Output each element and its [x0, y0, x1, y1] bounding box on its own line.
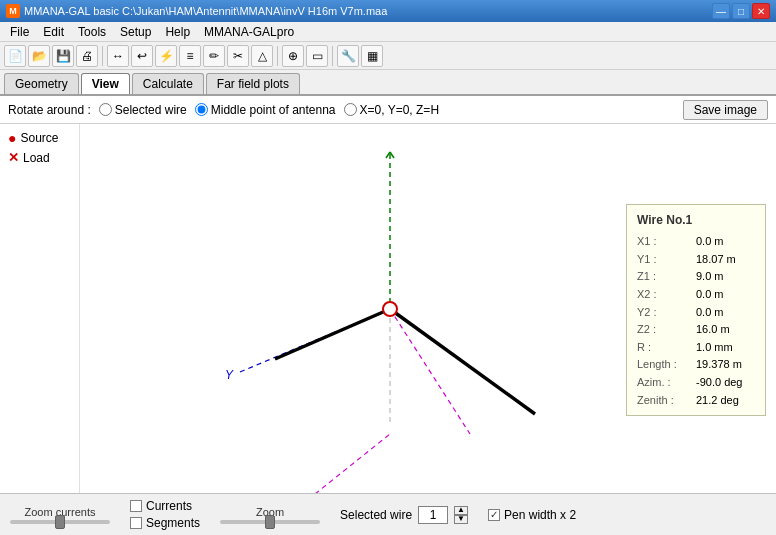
- toolbar-print[interactable]: 🖨: [76, 45, 98, 67]
- radio-selected-wire[interactable]: Selected wire: [99, 103, 187, 117]
- wire-key-x1: X1 :: [637, 233, 692, 251]
- wire-info-z2: Z2 : 16.0 m: [637, 321, 755, 339]
- svg-line-9: [275, 309, 390, 359]
- checkboxes-section: Currents Segments: [130, 499, 200, 530]
- tab-view[interactable]: View: [81, 73, 130, 94]
- wire-info-y2: Y2 : 0.0 m: [637, 304, 755, 322]
- currents-label: Currents: [146, 499, 192, 513]
- radio-xyz-input[interactable]: [344, 103, 357, 116]
- pen-width-check-mark: ✓: [490, 509, 498, 520]
- canvas-area[interactable]: Y X Wire No.1 X1 : 0.0 m Y1 : 18.07: [80, 124, 776, 493]
- tab-far-field-plots[interactable]: Far field plots: [206, 73, 300, 94]
- radio-xyz-label: X=0, Y=0, Z=H: [360, 103, 440, 117]
- toolbar-triangle[interactable]: △: [251, 45, 273, 67]
- title-bar-buttons[interactable]: — □ ✕: [712, 3, 770, 19]
- wire-info-x1: X1 : 0.0 m: [637, 233, 755, 251]
- menu-edit[interactable]: Edit: [37, 23, 70, 41]
- svg-line-6: [390, 309, 470, 434]
- load-icon: ✕: [8, 150, 19, 165]
- toolbar-new[interactable]: 📄: [4, 45, 26, 67]
- wire-val-azim: -90.0 deg: [696, 374, 742, 392]
- wire-key-y2: Y2 :: [637, 304, 692, 322]
- toolbar: 📄 📂 💾 🖨 ↔ ↩ ⚡ ≡ ✏ ✂ △ ⊕ ▭ 🔧 ▦: [0, 42, 776, 70]
- toolbar-open[interactable]: 📂: [28, 45, 50, 67]
- toolbar-grid[interactable]: ▦: [361, 45, 383, 67]
- menu-help[interactable]: Help: [159, 23, 196, 41]
- zoom-slider[interactable]: [220, 520, 320, 524]
- menu-mmana-galpro[interactable]: MMANA-GALpro: [198, 23, 300, 41]
- radio-selected-wire-input[interactable]: [99, 103, 112, 116]
- svg-text:Y: Y: [225, 368, 234, 382]
- selected-wire-input[interactable]: 1: [418, 506, 448, 524]
- toolbar-undo[interactable]: ↩: [131, 45, 153, 67]
- save-image-button[interactable]: Save image: [683, 100, 768, 120]
- wire-info-z1: Z1 : 9.0 m: [637, 268, 755, 286]
- menu-setup[interactable]: Setup: [114, 23, 157, 41]
- radio-middle-point-label: Middle point of antenna: [211, 103, 336, 117]
- radio-xyz[interactable]: X=0, Y=0, Z=H: [344, 103, 440, 117]
- toolbar-sep1: [102, 46, 103, 66]
- wire-val-z1: 9.0 m: [696, 268, 724, 286]
- zoom-currents-slider[interactable]: [10, 520, 110, 524]
- bottom-bar: Zoom currents Currents Segments Zoom Sel…: [0, 493, 776, 535]
- wire-info-y1: Y1 : 18.07 m: [637, 251, 755, 269]
- zoom-currents-section: Zoom currents: [10, 506, 110, 524]
- maximize-button[interactable]: □: [732, 3, 750, 19]
- toolbar-move[interactable]: ↔: [107, 45, 129, 67]
- wire-key-r: R :: [637, 339, 692, 357]
- minimize-button[interactable]: —: [712, 3, 730, 19]
- radio-middle-point[interactable]: Middle point of antenna: [195, 103, 336, 117]
- toolbar-sep3: [332, 46, 333, 66]
- wire-key-y1: Y1 :: [637, 251, 692, 269]
- toolbar-cut[interactable]: ✂: [227, 45, 249, 67]
- wire-val-length: 19.378 m: [696, 356, 742, 374]
- zoom-currents-thumb[interactable]: [55, 515, 65, 529]
- tab-geometry[interactable]: Geometry: [4, 73, 79, 94]
- menu-file[interactable]: File: [4, 23, 35, 41]
- segments-checkbox-row[interactable]: Segments: [130, 516, 200, 530]
- spin-buttons[interactable]: ▲ ▼: [454, 506, 468, 524]
- wire-info-zenith: Zenith : 21.2 deg: [637, 392, 755, 410]
- wire-key-length: Length :: [637, 356, 692, 374]
- selected-wire-label: Selected wire: [340, 508, 412, 522]
- pen-width-checkbox[interactable]: ✓: [488, 509, 500, 521]
- pen-width-section[interactable]: ✓ Pen width x 2: [488, 508, 576, 522]
- toolbar-edit[interactable]: ✏: [203, 45, 225, 67]
- wire-info-length: Length : 19.378 m: [637, 356, 755, 374]
- wire-val-z2: 16.0 m: [696, 321, 730, 339]
- wire-info-r: R : 1.0 mm: [637, 339, 755, 357]
- wire-val-zenith: 21.2 deg: [696, 392, 739, 410]
- tab-calculate[interactable]: Calculate: [132, 73, 204, 94]
- source-icon: ●: [8, 130, 16, 146]
- wire-val-x1: 0.0 m: [696, 233, 724, 251]
- svg-point-11: [383, 302, 397, 316]
- window-title: MMANA-GAL basic C:\Jukan\HAM\Antennit\MM…: [24, 5, 387, 17]
- toolbar-rect[interactable]: ▭: [306, 45, 328, 67]
- app-icon: M: [6, 4, 20, 18]
- load-label: Load: [23, 151, 50, 165]
- wire-val-y2: 0.0 m: [696, 304, 724, 322]
- sidebar: ● Source ✕ Load: [0, 124, 80, 493]
- spin-down-button[interactable]: ▼: [454, 515, 468, 524]
- selected-wire-section: Selected wire 1 ▲ ▼: [340, 506, 468, 524]
- radio-selected-wire-label: Selected wire: [115, 103, 187, 117]
- menu-tools[interactable]: Tools: [72, 23, 112, 41]
- toolbar-sep2: [277, 46, 278, 66]
- toolbar-save[interactable]: 💾: [52, 45, 74, 67]
- menu-bar: File Edit Tools Setup Help MMANA-GALpro: [0, 22, 776, 42]
- radio-middle-point-input[interactable]: [195, 103, 208, 116]
- segments-label: Segments: [146, 516, 200, 530]
- source-label: Source: [20, 131, 58, 145]
- toolbar-circle[interactable]: ⊕: [282, 45, 304, 67]
- toolbar-list[interactable]: ≡: [179, 45, 201, 67]
- currents-checkbox[interactable]: [130, 500, 142, 512]
- zoom-thumb[interactable]: [265, 515, 275, 529]
- toolbar-run[interactable]: ⚡: [155, 45, 177, 67]
- wire-val-x2: 0.0 m: [696, 286, 724, 304]
- wire-key-zenith: Zenith :: [637, 392, 692, 410]
- currents-checkbox-row[interactable]: Currents: [130, 499, 200, 513]
- toolbar-settings[interactable]: 🔧: [337, 45, 359, 67]
- segments-checkbox[interactable]: [130, 517, 142, 529]
- options-bar: Rotate around : Selected wire Middle poi…: [0, 96, 776, 124]
- close-button[interactable]: ✕: [752, 3, 770, 19]
